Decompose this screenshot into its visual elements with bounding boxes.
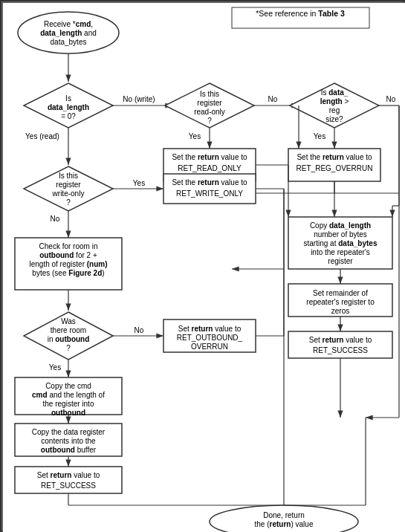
svg-text:Is data_: Is data_ (321, 88, 349, 97)
svg-text:length of register (num): length of register (num) (29, 260, 107, 268)
svg-text:bytes (see Figure 2d): bytes (see Figure 2d) (32, 269, 104, 277)
svg-text:No: No (268, 95, 278, 103)
svg-text:cmd and the length of: cmd and the length of (32, 391, 105, 399)
svg-text:register: register (197, 99, 222, 107)
svg-text:the (return) value: the (return) value (255, 520, 314, 528)
svg-text:No (write): No (write) (123, 95, 155, 103)
svg-text:outbound for 2 +: outbound for 2 + (39, 251, 97, 259)
svg-text:Set return value to: Set return value to (37, 471, 100, 479)
svg-text:outbound buffer: outbound buffer (41, 446, 97, 454)
svg-text:there room: there room (51, 326, 86, 334)
svg-text:Set return value to: Set return value to (178, 325, 242, 333)
svg-text:Receive *cmd,: Receive *cmd, (44, 20, 93, 28)
svg-text:reg: reg (329, 106, 340, 114)
svg-text:?: ? (207, 117, 212, 125)
svg-text:number of bytes: number of bytes (314, 230, 367, 239)
svg-text:length >: length > (320, 97, 349, 106)
diagram-container: *See reference in Table 3 Receive *cmd, … (0, 0, 405, 532)
svg-text:RET_SUCCESS: RET_SUCCESS (313, 346, 368, 354)
svg-text:Yes: Yes (133, 179, 145, 187)
svg-text:into the repeater's: into the repeater's (311, 248, 370, 256)
svg-text:No: No (386, 95, 396, 103)
svg-text:read-only: read-only (194, 108, 225, 116)
svg-text:No: No (51, 215, 60, 223)
svg-text:Copy the data register: Copy the data register (32, 428, 106, 436)
svg-text:in outbound: in outbound (48, 335, 90, 343)
svg-text:Check for room in: Check for room in (39, 242, 98, 250)
svg-text:Copy the cmd: Copy the cmd (45, 382, 91, 390)
svg-text:RET_READ_ONLY: RET_READ_ONLY (178, 164, 242, 172)
svg-text:RET_REG_OVERRUN: RET_REG_OVERRUN (297, 164, 373, 172)
svg-text:data_bytes: data_bytes (51, 38, 87, 46)
svg-text:Is this: Is this (59, 172, 78, 180)
svg-text:repeater's register to: repeater's register to (306, 298, 375, 306)
svg-text:RET_OUTBOUND_: RET_OUTBOUND_ (177, 334, 243, 342)
svg-text:?: ? (66, 198, 71, 207)
svg-text:Yes: Yes (49, 363, 61, 372)
svg-text:the register into: the register into (43, 400, 94, 408)
svg-text:Is: Is (65, 94, 71, 103)
svg-text:Set the return value to: Set the return value to (172, 153, 247, 161)
svg-text:contents into the: contents into the (41, 437, 96, 445)
svg-text:data_length: data_length (48, 103, 89, 111)
svg-text:*See reference in Table 3: *See reference in Table 3 (256, 9, 345, 18)
svg-text:= 0?: = 0? (61, 112, 76, 120)
svg-text:starting at data_bytes: starting at data_bytes (304, 239, 378, 247)
svg-text:RET_SUCCESS: RET_SUCCESS (41, 481, 96, 490)
svg-text:Set return value to: Set return value to (309, 336, 372, 344)
svg-text:Yes: Yes (189, 132, 201, 140)
svg-text:Set the return value to: Set the return value to (297, 153, 372, 161)
svg-text:Yes (read): Yes (read) (25, 132, 59, 140)
svg-text:size?: size? (325, 115, 343, 123)
svg-text:Was: Was (61, 317, 76, 325)
svg-text:Set the return value to: Set the return value to (172, 178, 247, 186)
svg-text:Yes: Yes (314, 132, 325, 140)
svg-text:register: register (328, 257, 353, 265)
svg-text:Is this: Is this (200, 90, 219, 98)
svg-text:No: No (135, 326, 144, 334)
svg-text:RET_WRITE_ONLY: RET_WRITE_ONLY (176, 189, 243, 198)
svg-text:Copy data_length: Copy data_length (310, 221, 371, 230)
svg-text:zeros: zeros (331, 307, 349, 315)
svg-text:OVERRUN: OVERRUN (191, 343, 228, 351)
svg-text:Set remainder of: Set remainder of (313, 289, 368, 297)
svg-text:Done, return: Done, return (263, 511, 305, 519)
svg-text:?: ? (66, 344, 71, 352)
svg-text:register: register (56, 181, 81, 189)
svg-text:write-only: write-only (52, 189, 85, 198)
svg-text:data_length and: data_length and (40, 29, 97, 37)
